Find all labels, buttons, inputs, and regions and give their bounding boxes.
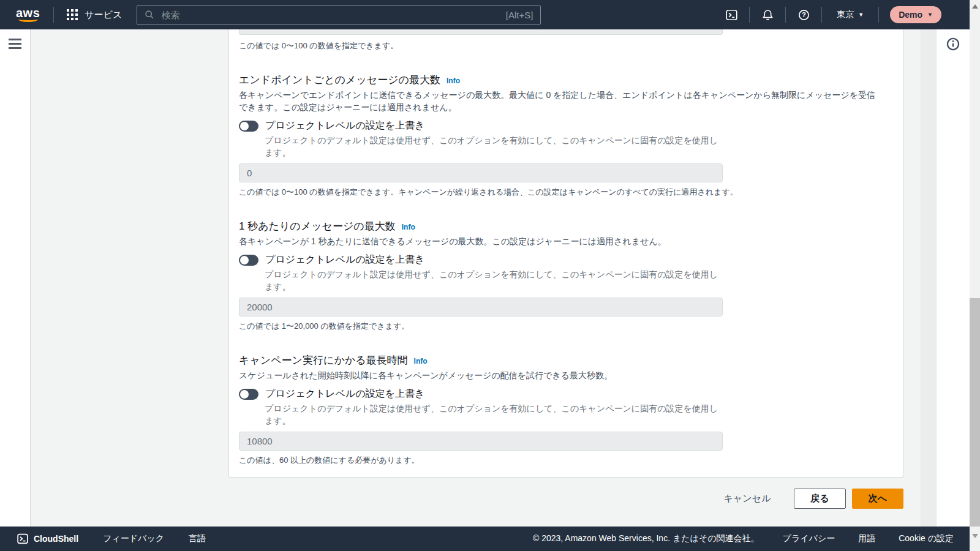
- nav-separator: [878, 7, 879, 23]
- region-label: 東京: [837, 9, 854, 20]
- cookie-settings-link[interactable]: Cookie の設定: [899, 533, 954, 544]
- language-link[interactable]: 言語: [189, 533, 206, 544]
- services-label: サービス: [85, 9, 122, 21]
- section-description: スケジュールされた開始時刻以降に各キャンペーンがメッセージの配信を試行できる最大…: [239, 369, 881, 381]
- nav-right-group: ? 東京 ▼ Demo ▼: [714, 0, 970, 29]
- window-scrollbar[interactable]: [970, 0, 980, 551]
- override-toggle-description: プロジェクトのデフォルト設定は使用せず、このオプションを有効にして、このキャンペ…: [265, 134, 724, 159]
- account-label: Demo: [899, 10, 922, 20]
- footer-left-group: CloudShell フィードバック 言語: [17, 533, 206, 544]
- constraint-text: この値では 0〜100 の数値を指定できます。: [239, 41, 893, 51]
- wizard-actions: キャンセル 戻る 次へ: [228, 489, 903, 509]
- truncated-input-field: [239, 29, 723, 35]
- svg-text:?: ?: [802, 11, 806, 18]
- left-sidebar-collapsed: [0, 29, 31, 527]
- section-header: エンドポイントごとのメッセージの最大数 Info: [239, 74, 893, 86]
- override-toggle-label: プロジェクトレベルの設定を上書き: [265, 253, 425, 266]
- next-button[interactable]: 次へ: [852, 489, 903, 509]
- footer-right-group: © 2023, Amazon Web Services, Inc. またはその関…: [533, 533, 954, 544]
- top-navigation-bar: aws サービス [Alt+S]: [0, 0, 970, 29]
- override-toggle-row: プロジェクトレベルの設定を上書き: [239, 119, 893, 132]
- override-toggle[interactable]: [239, 121, 258, 132]
- constraint-text: この値は、60 以上の数値にする必要があります。: [239, 455, 893, 465]
- aws-logo[interactable]: aws: [16, 7, 40, 22]
- override-toggle-row: プロジェクトレベルの設定を上書き: [239, 388, 893, 400]
- region-selector[interactable]: 東京 ▼: [822, 9, 878, 20]
- help-button[interactable]: ?: [786, 0, 821, 29]
- override-toggle-description: プロジェクトのデフォルト設定は使用せず、このオプションを有効にして、このキャンペ…: [265, 268, 724, 293]
- section-max-messages-per-endpoint: エンドポイントごとのメッセージの最大数 Info 各キャンペーンでエンドポイント…: [239, 74, 893, 197]
- override-toggle[interactable]: [239, 255, 258, 266]
- override-toggle-label: プロジェクトレベルの設定を上書き: [265, 119, 425, 132]
- max-messages-per-endpoint-input: [239, 163, 723, 182]
- section-max-messages-per-second: 1 秒あたりのメッセージの最大数 Info 各キャンペーンが 1 秒あたりに送信…: [239, 220, 893, 331]
- privacy-link[interactable]: プライバシー: [783, 533, 835, 544]
- account-menu-button[interactable]: Demo ▼: [890, 6, 941, 23]
- cloudshell-terminal-icon: [17, 533, 28, 544]
- info-icon[interactable]: [946, 37, 960, 51]
- cloudshell-footer-button[interactable]: CloudShell: [17, 533, 78, 544]
- toggle-knob: [240, 122, 249, 130]
- section-title: 1 秒あたりのメッセージの最大数: [239, 220, 396, 233]
- override-toggle-description: プロジェクトのデフォルト設定は使用せず、このオプションを有効にして、このキャンペ…: [265, 402, 724, 427]
- max-messages-per-second-input: [239, 298, 723, 317]
- bell-icon: [762, 9, 774, 21]
- info-link[interactable]: Info: [447, 77, 460, 85]
- chevron-down-icon: ▼: [927, 12, 933, 18]
- section-description: 各キャンペーンが 1 秒あたりに送信できるメッセージの最大数。この設定はジャーニ…: [239, 235, 881, 247]
- copyright-text: © 2023, Amazon Web Services, Inc. またはその関…: [533, 533, 760, 544]
- scrollbar-thumb[interactable]: [970, 298, 980, 527]
- search-input[interactable]: [160, 9, 500, 21]
- campaign-settings-card: この値では 0〜100 の数値を指定できます。 エンドポイントごとのメッセージの…: [228, 29, 903, 478]
- aws-smile-icon: [18, 17, 38, 22]
- menu-hamburger-icon[interactable]: [9, 39, 30, 49]
- cloudshell-label: CloudShell: [34, 534, 78, 544]
- services-grid-icon: [67, 9, 78, 20]
- override-toggle-label: プロジェクトレベルの設定を上書き: [265, 388, 425, 400]
- toggle-knob: [240, 390, 249, 399]
- feedback-link[interactable]: フィードバック: [103, 533, 164, 544]
- max-campaign-duration-input: [239, 432, 723, 451]
- section-title: キャンペーン実行にかかる最長時間: [239, 354, 408, 367]
- section-header: 1 秒あたりのメッセージの最大数 Info: [239, 220, 893, 233]
- toggle-knob: [240, 256, 249, 264]
- constraint-text: この値では 1〜20,000 の数値を指定できます。: [239, 321, 893, 331]
- notifications-button[interactable]: [750, 0, 785, 29]
- back-button[interactable]: 戻る: [794, 489, 845, 509]
- section-header: キャンペーン実行にかかる最長時間 Info: [239, 354, 893, 367]
- help-panel-collapsed: [936, 29, 970, 527]
- search-shortcut-hint: [Alt+S]: [506, 10, 533, 20]
- override-toggle-row: プロジェクトレベルの設定を上書き: [239, 253, 893, 266]
- question-circle-icon: ?: [798, 9, 810, 21]
- chevron-down-icon: ▼: [858, 12, 864, 18]
- global-search-box[interactable]: [Alt+S]: [137, 5, 541, 25]
- override-toggle[interactable]: [239, 389, 258, 400]
- services-menu-button[interactable]: サービス: [67, 9, 122, 21]
- info-link[interactable]: Info: [414, 357, 428, 365]
- section-description: 各キャンペーンでエンドポイントに送信できるメッセージの最大数。最大値に 0 を指…: [239, 89, 881, 113]
- content-scrollbar-track[interactable]: [921, 29, 936, 527]
- terms-link[interactable]: 用語: [858, 533, 875, 544]
- constraint-text: この値では 0〜100 の数値を指定できます。キャンペーンが繰り返される場合、こ…: [239, 187, 893, 197]
- scrollbar-up-arrow[interactable]: [972, 4, 978, 9]
- section-title: エンドポイントごとのメッセージの最大数: [239, 74, 440, 86]
- search-icon: [145, 10, 154, 20]
- cloudshell-terminal-icon: [726, 9, 737, 21]
- section-max-campaign-duration: キャンペーン実行にかかる最長時間 Info スケジュールされた開始時刻以降に各キ…: [239, 354, 893, 465]
- info-link[interactable]: Info: [402, 223, 415, 231]
- cloudshell-button[interactable]: [714, 0, 749, 29]
- console-footer: CloudShell フィードバック 言語 © 2023, Amazon Web…: [0, 527, 970, 551]
- nav-divider: [53, 7, 54, 23]
- scrollbar-down-arrow[interactable]: [972, 534, 978, 538]
- cancel-button[interactable]: キャンセル: [724, 493, 771, 504]
